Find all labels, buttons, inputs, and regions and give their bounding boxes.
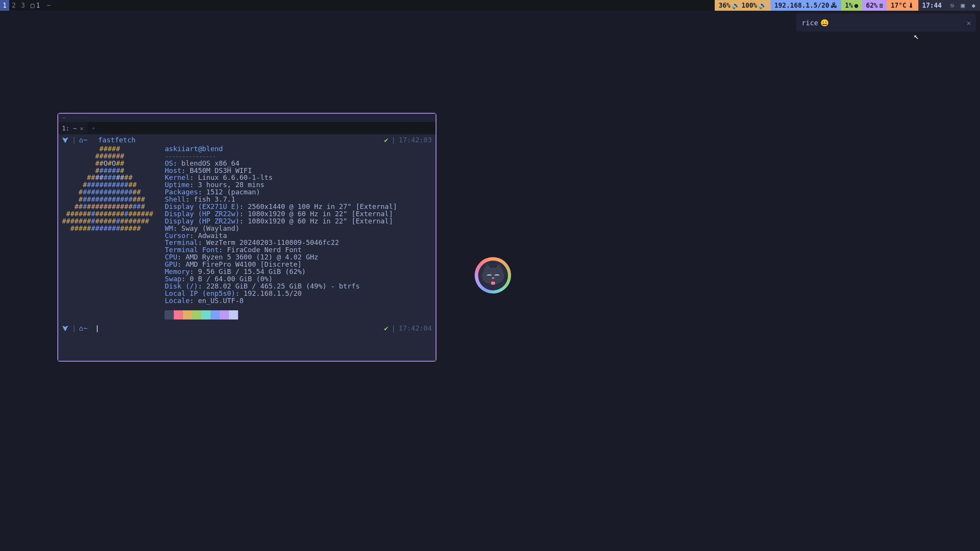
notification-popup[interactable]: rice 😀 ✕	[796, 13, 976, 32]
color-swatch	[165, 310, 174, 320]
status-check-icon: ✔	[384, 137, 389, 144]
color-swatches	[165, 310, 432, 320]
top-bar: 1 2 3 ▢ 1 ~ 36% 🔉 100% 🔊 192.168.1.5/20 …	[0, 0, 980, 11]
terminal-tabbar: 1: ~ ✕ +	[58, 122, 436, 134]
volume-widget[interactable]: 36% 🔉 100% 🔊	[715, 0, 771, 11]
memory-icon: ≡	[879, 2, 883, 9]
home-icon: ⌂~	[79, 325, 88, 332]
color-swatch	[220, 310, 229, 320]
cpu-value: 1%	[845, 2, 853, 9]
ascii-logo: ##### ####### ##O#O## ####### ##########…	[62, 145, 153, 320]
workspace-2[interactable]: 2	[9, 0, 18, 11]
volume-value-a: 36%	[719, 2, 730, 9]
command-text: fastfetch	[98, 137, 136, 144]
fastfetch-output: ##### ####### ##O#O## ####### ##########…	[62, 145, 432, 320]
timestamp: 17:42:04	[399, 325, 432, 332]
temperature-icon: 🌡	[908, 2, 915, 9]
prompt-sep: |	[391, 137, 395, 144]
network-ip: 192.168.1.5/20	[774, 2, 829, 9]
color-swatch	[192, 310, 201, 320]
color-swatch	[211, 310, 220, 320]
workspace-1[interactable]: 1	[0, 0, 9, 11]
workspace-list: 1 2 3	[0, 0, 28, 11]
status-area: 36% 🔉 100% 🔊 192.168.1.5/20 🖧 1% ● 62% ≡…	[715, 0, 980, 11]
workspace-3[interactable]: 3	[18, 0, 28, 11]
terminal-tab-1[interactable]: 1: ~ ✕	[58, 122, 88, 134]
volume-icon-2: 🔊	[759, 2, 767, 9]
temperature-value: 17°C	[891, 2, 906, 9]
tab-label: 1: ~	[62, 125, 77, 132]
mouse-cursor-icon: ↖	[914, 31, 919, 41]
tray-icon-3[interactable]: ◆	[970, 2, 977, 9]
notification-close-button[interactable]: ✕	[967, 19, 971, 27]
volume-value-b: 100%	[742, 2, 757, 9]
status-check-icon: ✔	[384, 325, 389, 332]
home-icon: ⌂~	[79, 137, 88, 144]
new-tab-button[interactable]: +	[88, 122, 99, 134]
network-icon: 🖧	[831, 2, 837, 9]
tab-close-button[interactable]: ✕	[80, 125, 84, 132]
notification-emoji-icon: 😀	[820, 19, 829, 27]
tray-icon-2[interactable]: ▣	[959, 2, 966, 9]
memory-value: 62%	[866, 2, 878, 9]
tray-icon-1[interactable]: ⎋	[949, 2, 956, 9]
scratchpad-count: 1	[36, 2, 40, 9]
temperature-widget[interactable]: 17°C 🌡	[887, 0, 918, 11]
user-host: askiiart@blend	[165, 145, 432, 153]
system-info: askiiart@blend --------------- OS: blend…	[165, 145, 432, 320]
prompt-line-2: ⮟ | ⌂~ ✔ | 17:42:04	[62, 325, 432, 332]
notification-title: rice	[802, 19, 818, 27]
terminal-window[interactable]: ~ 1: ~ ✕ + ⮟ | ⌂~ fastfetch ✔ | 17:42:03…	[57, 113, 436, 362]
color-swatch	[201, 310, 211, 320]
catppuccin-logo	[475, 257, 511, 293]
cpu-icon: ●	[854, 2, 858, 9]
volume-icon: 🔉	[732, 2, 740, 9]
info-row: Locale: en_US.UTF-8	[165, 297, 432, 305]
cpu-widget[interactable]: 1% ●	[841, 0, 862, 11]
color-swatch	[183, 310, 192, 320]
arch-icon: ⮟	[62, 325, 69, 332]
scratchpad-indicator[interactable]: ▢ 1	[28, 2, 43, 9]
prompt-line-1: ⮟ | ⌂~ fastfetch ✔ | 17:42:03	[62, 137, 432, 144]
input-cursor	[97, 325, 98, 332]
music-widget[interactable]: ~	[43, 2, 55, 9]
timestamp: 17:42:03	[399, 137, 432, 144]
color-swatch	[174, 310, 183, 320]
network-widget[interactable]: 192.168.1.5/20 🖧	[771, 0, 841, 11]
scratchpad-icon: ▢	[31, 2, 34, 9]
color-swatch	[229, 310, 238, 320]
clock-widget[interactable]: 17:44	[918, 0, 946, 11]
terminal-titlebar[interactable]: ~	[58, 114, 436, 122]
terminal-body[interactable]: ⮟ | ⌂~ fastfetch ✔ | 17:42:03 ##### ####…	[58, 134, 436, 361]
arch-icon: ⮟	[62, 137, 69, 144]
prompt-sep: |	[391, 325, 395, 332]
prompt-sep: |	[72, 325, 76, 332]
memory-widget[interactable]: 62% ≡	[862, 0, 887, 11]
system-tray: ⎋ ▣ ◆	[946, 0, 980, 11]
prompt-sep: |	[72, 137, 76, 144]
